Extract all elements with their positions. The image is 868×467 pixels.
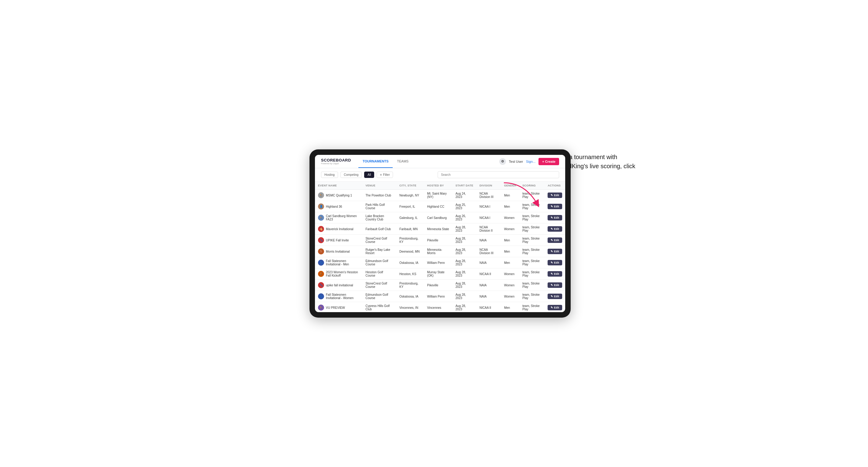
cell-hosted-by: Minnesota-Morris — [424, 246, 452, 257]
cell-city-state: Prestonsburg, KY — [396, 235, 424, 246]
filter-icon: ≡ — [380, 173, 382, 177]
nav-tab-tournaments[interactable]: TOURNAMENTS — [359, 155, 393, 168]
event-icon: 🦌 — [318, 248, 324, 254]
cell-hosted-by: Pikeville — [424, 280, 452, 291]
cell-venue: StoneCrest Golf Course — [362, 235, 396, 246]
filter-hosting[interactable]: Hosting — [321, 172, 338, 178]
cell-actions: ✎ Edit — [545, 302, 565, 312]
tablet-frame: SCOREBOARD Powered by Clippit TOURNAMENT… — [309, 149, 571, 318]
col-actions: ACTIONS — [545, 182, 565, 190]
col-start-date: START DATE — [453, 182, 476, 190]
cell-gender: Men — [501, 190, 519, 201]
table-row: 🐴 Maverick Invitational Faribault Golf C… — [315, 223, 565, 235]
cell-hosted-by: Pikeville — [424, 235, 452, 246]
edit-button[interactable]: ✎ Edit — [548, 249, 562, 254]
header-right: ⚙ Test User Sign... + Create — [499, 158, 559, 165]
event-icon: 🐾 — [318, 260, 324, 266]
cell-actions: ✎ Edit — [545, 257, 565, 269]
table-row: 🏌 Carl Sandburg Women FA23 Lake Bracken … — [315, 212, 565, 223]
event-name-text: Highland 36 — [326, 205, 342, 208]
col-scoring: SCORING — [519, 182, 545, 190]
create-button[interactable]: + Create — [538, 158, 559, 165]
event-name-text: MSMC Qualifying 1 — [326, 194, 352, 197]
edit-button[interactable]: ✎ Edit — [548, 271, 562, 277]
cell-division: NCAA Division II — [476, 223, 501, 235]
event-icon: 🏌 — [318, 192, 324, 198]
cell-division: NAIA — [476, 291, 501, 302]
cell-city-state: Oskaloosa, IA — [396, 257, 424, 269]
table-row: 🐾 UPIKE Fall Invite StoneCrest Golf Cour… — [315, 235, 565, 246]
edit-button[interactable]: ✎ Edit — [548, 215, 562, 220]
cell-gender: Women — [501, 269, 519, 280]
cell-scoring: team, Stroke Play — [519, 246, 545, 257]
cell-hosted-by: Highland CC — [424, 201, 452, 212]
search-input[interactable] — [438, 171, 559, 178]
filter-competing[interactable]: Competing — [340, 172, 362, 178]
nav-tab-teams[interactable]: TEAMS — [393, 155, 413, 168]
app-header: SCOREBOARD Powered by Clippit TOURNAMENT… — [315, 155, 565, 168]
cell-venue: Cypress Hills Golf Club — [362, 302, 396, 312]
cell-hosted-by: Vincennes — [424, 302, 452, 312]
cell-actions: ✎ Edit — [545, 291, 565, 302]
edit-button[interactable]: ✎ Edit — [548, 305, 562, 310]
cell-gender: Men — [501, 201, 519, 212]
cell-gender: Women — [501, 212, 519, 223]
edit-button[interactable]: ✎ Edit — [548, 192, 562, 198]
cell-start-date: Aug 24, 2023 — [453, 190, 476, 201]
filter-all[interactable]: All — [364, 172, 374, 178]
cell-venue: StoneCrest Golf Course — [362, 280, 396, 291]
cell-hosted-by: Murray State (OK) — [424, 269, 452, 280]
edit-button[interactable]: ✎ Edit — [548, 260, 562, 266]
cell-event-name: 🏌 2023 Women's Hesston Fall Kickoff — [315, 269, 362, 280]
user-text: Test User — [509, 160, 523, 163]
table-row: 🏌 2023 Women's Hesston Fall Kickoff Hess… — [315, 269, 565, 280]
cell-hosted-by: Mt. Saint Mary (NY) — [424, 190, 452, 201]
nav-tabs: TOURNAMENTS TEAMS — [359, 155, 413, 168]
cell-division: NICAA II — [476, 302, 501, 312]
cell-gender: Men — [501, 302, 519, 312]
events-table: EVENT NAME VENUE CITY, STATE HOSTED BY S… — [315, 182, 565, 312]
event-name-text: Carl Sandburg Women FA23 — [326, 214, 359, 221]
cell-start-date: Aug 28, 2023 — [453, 302, 476, 312]
cell-event-name: 🐾 UPIKE Fall Invite — [315, 235, 362, 246]
edit-button[interactable]: ✎ Edit — [548, 226, 562, 232]
edit-button[interactable]: ✎ Edit — [548, 293, 562, 299]
edit-button[interactable]: ✎ Edit — [548, 238, 562, 243]
cell-venue: Rutger's Bay Lake Resort — [362, 246, 396, 257]
event-icon: 🐾 — [318, 237, 324, 243]
cell-gender: Women — [501, 280, 519, 291]
cell-city-state: Galesburg, IL — [396, 212, 424, 223]
event-icon: 🏌 — [318, 271, 324, 277]
cell-event-name: 🐾 Fall Statesmen Invitational - Men — [315, 257, 362, 269]
cell-gender: Men — [501, 257, 519, 269]
cell-venue: The Powelton Club — [362, 190, 396, 201]
cell-division: NAIA — [476, 235, 501, 246]
cell-event-name: 🏌 MSMC Qualifying 1 — [315, 190, 362, 201]
cell-scoring: team, Stroke Play — [519, 212, 545, 223]
cell-city-state: Hesston, KS — [396, 269, 424, 280]
cell-gender: Men — [501, 235, 519, 246]
edit-button[interactable]: ✎ Edit — [548, 204, 562, 209]
edit-button[interactable]: ✎ Edit — [548, 282, 562, 288]
cell-hosted-by: Minnesota State — [424, 223, 452, 235]
event-name-text: 2023 Women's Hesston Fall Kickoff — [326, 271, 359, 277]
event-icon: 🐴 — [318, 226, 324, 232]
cell-division: NICAA I — [476, 212, 501, 223]
cell-scoring: team, Stroke Play — [519, 291, 545, 302]
cell-division: NICAA II — [476, 269, 501, 280]
cell-start-date: Aug 28, 2023 — [453, 269, 476, 280]
tablet-screen: SCOREBOARD Powered by Clippit TOURNAMENT… — [315, 155, 565, 312]
logo-sub: Powered by Clippit — [321, 162, 351, 164]
cell-city-state: Vincennes, IN — [396, 302, 424, 312]
filter-dropdown-button[interactable]: ≡ Filter — [377, 172, 393, 178]
cell-scoring: team, Stroke Play — [519, 257, 545, 269]
table-header-row: EVENT NAME VENUE CITY, STATE HOSTED BY S… — [315, 182, 565, 190]
search-bar — [438, 171, 559, 178]
settings-icon[interactable]: ⚙ — [499, 158, 506, 165]
event-name-text: Fall Statesmen Invitational - Men — [326, 259, 359, 266]
event-icon: 👤 — [318, 204, 324, 210]
event-name-text: VU PREVIEW — [326, 306, 345, 309]
cell-actions: ✎ Edit — [545, 201, 565, 212]
sign-button[interactable]: Sign... — [526, 160, 535, 163]
cell-actions: ✎ Edit — [545, 190, 565, 201]
